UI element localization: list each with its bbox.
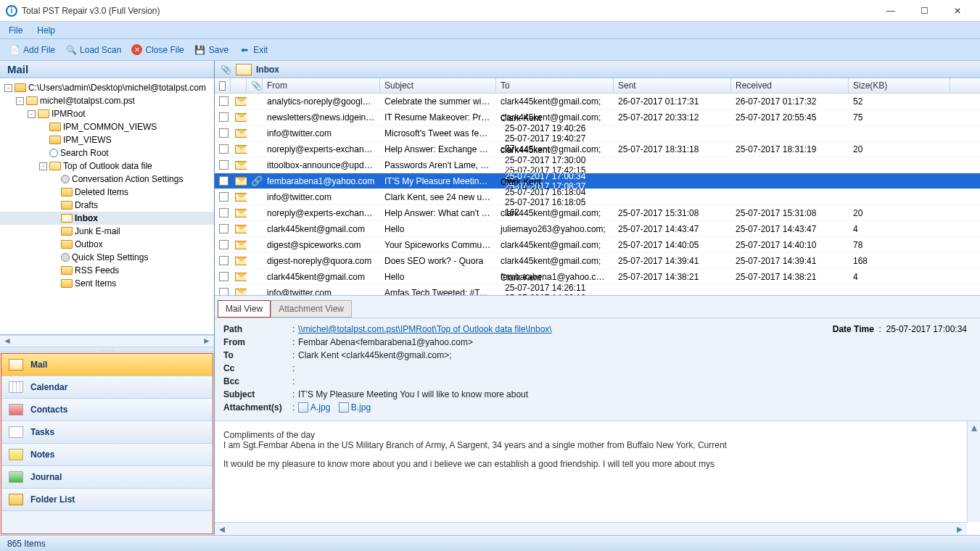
nav-contacts[interactable]: Contacts: [1, 399, 213, 421]
col-received[interactable]: Received: [731, 78, 849, 93]
expand-icon[interactable]: [51, 241, 59, 249]
row-checkbox[interactable]: [215, 240, 231, 249]
tree-item[interactable]: Quick Step Settings: [0, 251, 214, 264]
nav-bar: MailCalendarContactsTasksNotesJournalFol…: [1, 353, 213, 534]
body-vscroll[interactable]: ▴: [967, 421, 980, 522]
message-body[interactable]: Compliments of the day I am Sgt.Fembar A…: [215, 420, 980, 535]
expand-icon[interactable]: -: [39, 162, 47, 170]
col-subject[interactable]: Subject: [380, 78, 496, 93]
grid-body[interactable]: analytics-noreply@google.c...Celebrate t…: [215, 94, 980, 295]
expand-icon[interactable]: [51, 228, 59, 236]
nav-folder-list[interactable]: Folder List: [1, 489, 213, 511]
expand-icon[interactable]: [51, 215, 59, 223]
cell-received: 25-07-2017 19:40:27: [501, 133, 614, 144]
save-button[interactable]: 💾Save: [190, 43, 233, 57]
tree-item[interactable]: Sent Items: [0, 277, 214, 290]
cell-received: 25-07-2017 14:38:21: [731, 272, 849, 282]
table-row[interactable]: digest-noreply@quora.comDoes SEO work? -…: [215, 253, 980, 269]
add-file-button[interactable]: 📄Add File: [4, 43, 59, 57]
expand-icon[interactable]: [51, 188, 59, 196]
row-checkbox[interactable]: [215, 160, 231, 170]
attachment-file[interactable]: B.jpg: [339, 402, 371, 413]
expand-icon[interactable]: [39, 149, 47, 157]
nav-tasks[interactable]: Tasks: [1, 421, 213, 444]
tree-item[interactable]: IPM_VIEWS: [0, 133, 214, 146]
col-sent[interactable]: Sent: [614, 78, 731, 93]
row-checkbox[interactable]: [215, 272, 231, 281]
cell-from: newsletters@news.idgeinsi...: [263, 112, 380, 123]
col-checkbox[interactable]: [215, 78, 231, 93]
close-button[interactable]: ✕: [941, 0, 974, 22]
tab-mail-view[interactable]: Mail View: [218, 300, 271, 318]
expand-icon[interactable]: -: [28, 110, 36, 118]
col-attachment[interactable]: 📎: [247, 78, 263, 93]
expand-icon[interactable]: [51, 175, 59, 183]
expand-icon[interactable]: [39, 136, 47, 144]
expand-icon[interactable]: [39, 123, 47, 131]
tree-item[interactable]: Inbox: [0, 212, 214, 225]
table-row[interactable]: info@twitter.comAmfas Tech Tweeted: #Top…: [215, 285, 980, 295]
tree-item[interactable]: Drafts: [0, 199, 214, 212]
tree-item[interactable]: Deleted Items: [0, 186, 214, 199]
table-row[interactable]: info@twitter.comMicrosoft's Tweet was fe…: [215, 125, 980, 141]
nav-mail[interactable]: Mail: [1, 354, 213, 376]
table-row[interactable]: noreply@experts-exchange....Help Answer:…: [215, 205, 980, 221]
load-scan-button[interactable]: 🔍Load Scan: [61, 43, 125, 57]
cell-from: info@twitter.com: [263, 288, 380, 296]
tree-item[interactable]: -IPMRoot: [0, 107, 214, 120]
expand-icon[interactable]: -: [4, 84, 12, 92]
minimize-button[interactable]: —: [874, 0, 907, 22]
cell-from: analytics-noreply@google.c...: [263, 96, 380, 107]
row-checkbox[interactable]: [215, 224, 231, 233]
tree-item[interactable]: Junk E-mail: [0, 225, 214, 238]
splitter-handle[interactable]: ∙∙∙∙∙: [0, 347, 214, 352]
row-checkbox[interactable]: [215, 256, 231, 265]
menu-help[interactable]: Help: [37, 25, 55, 36]
expand-icon[interactable]: [51, 267, 59, 275]
attachment-file[interactable]: A.jpg: [298, 402, 330, 413]
close-file-button[interactable]: ✕Close File: [127, 43, 188, 57]
tree-item[interactable]: Outbox: [0, 238, 214, 251]
col-size[interactable]: Size(KB): [849, 78, 950, 93]
tree-item[interactable]: -michel@totalpst.com.pst: [0, 94, 214, 107]
nav-calendar[interactable]: Calendar: [1, 376, 213, 399]
tree-item[interactable]: -C:\Users\admin\Desktop\michel@totalpst.…: [0, 81, 214, 94]
body-hscroll[interactable]: ◂▸: [215, 522, 967, 535]
nav-notes[interactable]: Notes: [1, 444, 213, 466]
folder-tree[interactable]: -C:\Users\admin\Desktop\michel@totalpst.…: [0, 78, 214, 335]
table-row[interactable]: clark445kent@gmail.comHellojuliemayo263@…: [215, 221, 980, 237]
tree-item[interactable]: Conversation Action Settings: [0, 173, 214, 186]
expand-icon[interactable]: [51, 202, 59, 210]
row-checkbox[interactable]: [215, 176, 231, 186]
col-from[interactable]: From: [263, 78, 380, 93]
expand-icon[interactable]: [51, 254, 59, 262]
row-checkbox[interactable]: [215, 288, 231, 295]
menu-file[interactable]: File: [9, 25, 22, 36]
tree-item[interactable]: -Top of Outlook data file: [0, 160, 214, 173]
tree-hscroll[interactable]: ◄►: [0, 335, 214, 347]
row-checkbox[interactable]: [215, 128, 231, 138]
scroll-up-icon[interactable]: ▴: [968, 421, 980, 433]
tree-item[interactable]: IPM_COMMON_VIEWS: [0, 120, 214, 133]
maximize-button[interactable]: ☐: [907, 0, 941, 22]
scroll-right-icon[interactable]: ▸: [954, 523, 965, 535]
tree-item[interactable]: Search Root: [0, 146, 214, 160]
scroll-left-icon[interactable]: ◂: [216, 523, 228, 535]
row-checkbox[interactable]: [215, 208, 231, 218]
tree-item[interactable]: RSS Feeds: [0, 264, 214, 277]
path-link[interactable]: \\michel@totalpst.com.pst\IPMRoot\Top of…: [298, 324, 552, 334]
table-row[interactable]: digest@spiceworks.comYour Spiceworks Com…: [215, 237, 980, 253]
col-to[interactable]: To: [496, 78, 614, 93]
expand-icon[interactable]: [51, 280, 59, 288]
row-checkbox[interactable]: [215, 96, 231, 106]
nav-journal[interactable]: Journal: [1, 466, 213, 489]
table-row[interactable]: analytics-noreply@google.c...Celebrate t…: [215, 94, 980, 109]
table-row[interactable]: info@twitter.comClark Kent, see 24 new u…: [215, 189, 980, 205]
row-checkbox[interactable]: [215, 144, 231, 154]
exit-button[interactable]: ⬅Exit: [234, 43, 272, 57]
row-checkbox[interactable]: [215, 192, 231, 202]
tab-attachment-view[interactable]: Attachment View: [271, 300, 352, 318]
col-icon[interactable]: [231, 78, 247, 93]
row-checkbox[interactable]: [215, 112, 231, 122]
expand-icon[interactable]: -: [16, 97, 24, 105]
